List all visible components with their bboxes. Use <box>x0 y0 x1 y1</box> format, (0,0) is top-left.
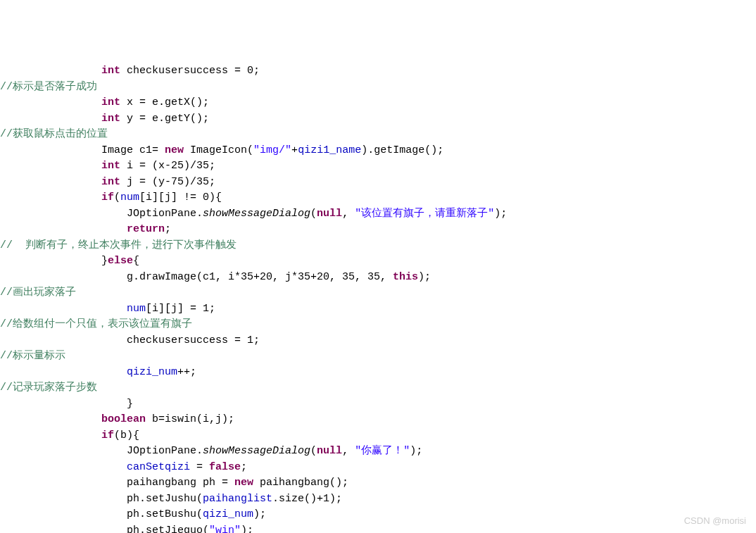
comment: //给数组付一个只值，表示该位置有旗子 <box>0 318 192 330</box>
comment: //获取鼠标点击的位置 <box>0 128 108 140</box>
comment: //画出玩家落子 <box>0 287 76 299</box>
watermark: CSDN @morisi <box>684 514 746 528</box>
code-block: int checkusersuccess = 0; //标示是否落子成功 int… <box>0 63 756 533</box>
comment: //标示量标示 <box>0 350 65 362</box>
comment: //记录玩家落子步数 <box>0 382 97 394</box>
comment: // 判断有子，终止本次事件，进行下次事件触发 <box>0 239 237 251</box>
comment: //标示是否落子成功 <box>0 81 97 93</box>
